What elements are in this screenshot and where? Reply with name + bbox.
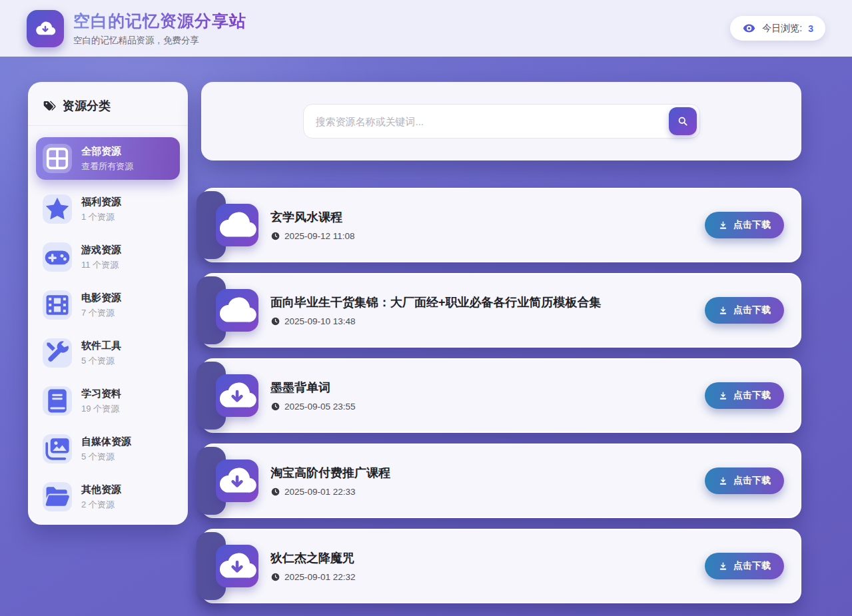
category-count: 5 个资源: [81, 451, 131, 463]
category-label: 其他资源: [81, 483, 121, 496]
today-views-badge: 今日浏览: 3: [730, 16, 825, 41]
gamepad-icon: [43, 242, 72, 272]
page-header: 空白的记忆资源分享站 空白的记忆精品资源，免费分享 今日浏览: 3: [0, 0, 852, 57]
download-button[interactable]: 点击下载: [705, 382, 784, 409]
download-button[interactable]: 点击下载: [705, 212, 784, 238]
category-label: 全部资源: [81, 145, 133, 158]
sidebar-item-welfare[interactable]: 福利资源1 个资源: [36, 190, 180, 228]
sidebar-item-study[interactable]: 学习资料19 个资源: [36, 382, 180, 420]
search-card: [201, 82, 801, 160]
resource-title: 淘宝高阶付费推广课程: [270, 465, 694, 481]
resource-time: 2025-09-01 22:33: [270, 487, 694, 497]
tags-icon: [43, 99, 56, 113]
category-count: 5 个资源: [81, 355, 121, 367]
sidebar-header: 资源分类: [28, 82, 188, 125]
star-icon: [43, 194, 72, 224]
clock-icon: [270, 316, 280, 326]
resource-title: 墨墨背单词: [270, 380, 694, 396]
category-count: 查看所有资源: [81, 160, 133, 172]
cloud-icon: [216, 289, 258, 332]
sidebar-item-other[interactable]: 其他资源2 个资源: [36, 478, 180, 515]
resource-card: 面向毕业生干货集锦：大厂面经+职业必备各行业简历模板合集2025-09-10 1…: [201, 273, 801, 348]
sidebar-item-software[interactable]: 软件工具5 个资源: [36, 334, 180, 372]
category-label: 游戏资源: [81, 244, 121, 256]
sidebar-item-all[interactable]: 全部资源查看所有资源: [36, 137, 180, 180]
clock-icon: [270, 487, 280, 497]
images-icon: [43, 434, 72, 463]
category-count: 1 个资源: [81, 211, 121, 223]
resource-time: 2025-09-01 22:32: [270, 572, 694, 582]
resource-title: 面向毕业生干货集锦：大厂面经+职业必备各行业简历模板合集: [270, 294, 694, 310]
clock-icon: [270, 231, 280, 241]
download-icon: [718, 391, 728, 401]
category-label: 自媒体资源: [81, 436, 131, 448]
resource-time: 2025-09-10 13:48: [270, 316, 694, 326]
category-label: 福利资源: [81, 196, 121, 208]
download-icon: [718, 306, 728, 316]
download-button[interactable]: 点击下载: [705, 553, 784, 579]
search-icon: [677, 115, 689, 127]
cloud-download-icon: [216, 460, 258, 502]
cloud-download-icon: [216, 545, 258, 587]
tools-icon: [43, 338, 72, 368]
search-button[interactable]: [669, 107, 697, 135]
download-icon: [718, 476, 728, 486]
cloud-download-icon: [34, 17, 57, 40]
eye-icon: [742, 21, 756, 35]
views-count: 3: [808, 23, 813, 34]
download-icon: [718, 561, 728, 571]
download-button[interactable]: 点击下载: [705, 467, 784, 494]
download-button[interactable]: 点击下载: [705, 297, 784, 324]
resource-card: 玄学风水课程2025-09-12 11:08点击下载: [201, 188, 801, 262]
sidebar-title: 资源分类: [63, 98, 111, 114]
resource-time: 2025-09-12 11:08: [270, 231, 694, 241]
resource-card: 淘宝高阶付费推广课程2025-09-01 22:33点击下载: [201, 444, 801, 518]
category-sidebar: 资源分类 全部资源查看所有资源福利资源1 个资源游戏资源11 个资源电影资源7 …: [28, 82, 188, 525]
resource-time: 2025-09-05 23:55: [270, 402, 694, 412]
site-titles: 空白的记忆资源分享站 空白的记忆精品资源，免费分享: [73, 10, 246, 47]
content-layout: 资源分类 全部资源查看所有资源福利资源1 个资源游戏资源11 个资源电影资源7 …: [0, 57, 852, 603]
download-icon: [718, 220, 728, 230]
category-label: 软件工具: [81, 340, 121, 352]
sidebar-item-media[interactable]: 自媒体资源5 个资源: [36, 430, 180, 467]
sidebar-item-movie[interactable]: 电影资源7 个资源: [36, 286, 180, 324]
category-count: 2 个资源: [81, 499, 121, 511]
cloud-download-icon: [216, 374, 258, 417]
main-content: 玄学风水课程2025-09-12 11:08点击下载面向毕业生干货集锦：大厂面经…: [201, 82, 801, 603]
resource-card: 狄仁杰之降魔咒2025-09-01 22:32点击下载: [201, 529, 801, 603]
category-label: 电影资源: [81, 292, 121, 304]
book-icon: [43, 386, 72, 416]
sidebar-item-game[interactable]: 游戏资源11 个资源: [36, 238, 180, 276]
folder-icon: [43, 482, 72, 511]
clock-icon: [270, 572, 280, 582]
search-input[interactable]: [303, 104, 700, 139]
site-logo: [27, 10, 64, 47]
cloud-icon: [216, 204, 258, 246]
category-label: 学习资料: [81, 388, 121, 400]
resource-list: 玄学风水课程2025-09-12 11:08点击下载面向毕业生干货集锦：大厂面经…: [201, 188, 801, 603]
film-icon: [43, 290, 72, 320]
category-count: 7 个资源: [81, 307, 121, 319]
resource-title: 狄仁杰之降魔咒: [270, 550, 694, 566]
category-count: 19 个资源: [81, 403, 121, 415]
grid-icon: [43, 144, 72, 173]
resource-title: 玄学风水课程: [270, 209, 694, 225]
clock-icon: [270, 402, 280, 412]
resource-card: 墨墨背单词2025-09-05 23:55点击下载: [201, 358, 801, 433]
category-count: 11 个资源: [81, 259, 121, 271]
category-list: 全部资源查看所有资源福利资源1 个资源游戏资源11 个资源电影资源7 个资源软件…: [28, 126, 188, 525]
page-title: 空白的记忆资源分享站: [73, 10, 246, 32]
page-subtitle: 空白的记忆精品资源，免费分享: [73, 35, 246, 47]
search-box: [303, 104, 700, 139]
views-label: 今日浏览:: [762, 23, 802, 35]
